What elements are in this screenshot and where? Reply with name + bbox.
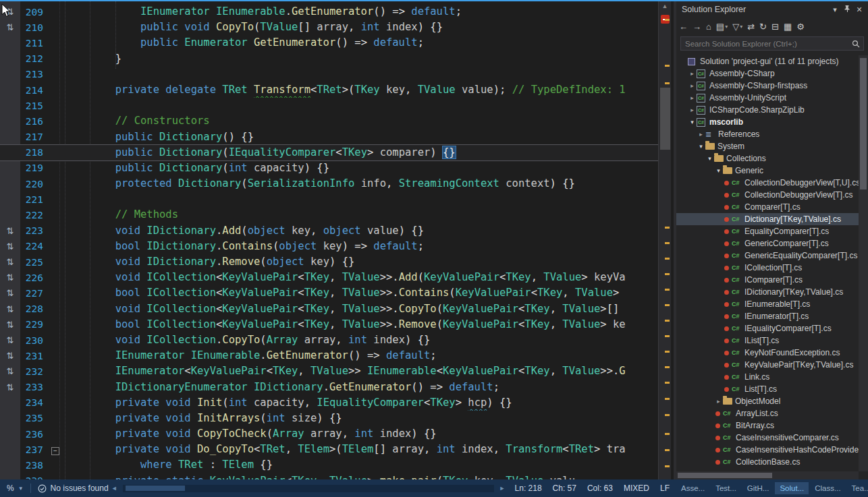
tree-item-iequalitycomparer-t-cs[interactable]: C#IEqualityComparer[T].cs [676,322,859,334]
code-line-231[interactable]: ⇅231 IEnumerator IEnumerable.GetEnumerat… [0,348,658,363]
code-line-211[interactable]: 211 public Enumerator GetEnumerator() =>… [0,35,658,51]
expander-expanded-icon[interactable]: ▾ [688,119,697,125]
code-line-235[interactable]: 235 private void InitArrays(int size) {} [0,411,658,426]
code-text[interactable]: void IDictionary.Remove(object key) {} [65,254,658,270]
scroll-left-icon[interactable]: ◄ [111,485,117,492]
code-line-237[interactable]: 237− private void Do_CopyTo<TRet, TElem>… [0,442,658,457]
scrollbar-up-icon[interactable]: ▲ [659,3,671,9]
tree-item-system[interactable]: ▾System [676,140,859,152]
expander-expanded-icon[interactable]: ▾ [697,143,705,150]
tree-item-genericequalitycomparer-t-cs[interactable]: C#GenericEqualityComparer[T].cs [676,250,859,262]
override-indicator-icon[interactable]: ⇅ [0,226,20,236]
tree-item-assembly-csharp[interactable]: ▸C#Assembly-CSharp [676,67,859,80]
switch-views-icon[interactable]: ▤▾ [716,22,728,32]
code-text[interactable]: IEnumerator<KeyValuePair<TKey, TValue>> … [65,363,658,379]
override-indicator-icon[interactable]: ⇅ [0,366,20,376]
pin-icon[interactable] [841,5,853,14]
code-text[interactable]: void ICollection<KeyValuePair<TKey, TVal… [65,270,658,285]
code-line-217[interactable]: 217 public Dictionary() {} [0,129,658,145]
code-editor[interactable]: ⇅209 IEnumerator IEnumerable.GetEnumerat… [0,1,658,479]
status-indent-mode[interactable]: MIXED [624,484,649,493]
code-text[interactable]: void IDictionary.Add(object key, object … [65,223,658,239]
scrollbar-thumb[interactable] [126,486,185,491]
back-icon[interactable]: ← [679,22,688,32]
code-text[interactable]: bool IDictionary.Contains(object key) =>… [65,239,658,254]
code-text[interactable]: public Dictionary(IEqualityComparer<TKey… [65,145,658,160]
toolwindow-menu-icon[interactable]: ▾ [829,5,841,14]
tree-item-mscorlib[interactable]: ▾C#mscorlib [676,116,859,128]
editor-vertical-scrollbar[interactable]: ▲ [658,1,671,479]
sync-with-active-document-icon[interactable]: ⇄ [747,22,755,32]
code-line-219[interactable]: 219 public Dictionary(int capacity) {} [0,160,658,176]
code-text[interactable]: public Dictionary() {} [65,129,658,145]
code-text[interactable]: bool ICollection<KeyValuePair<TKey, TVal… [65,285,658,301]
tree-item-collectionbase-cs[interactable]: C#CollectionBase.cs [676,456,859,468]
tree-item-bitarray-cs[interactable]: C#BitArray.cs [676,419,859,432]
override-indicator-icon[interactable]: ⇅ [0,241,20,252]
code-line-215[interactable]: 215 [0,98,658,113]
code-text[interactable]: public Dictionary(int capacity) {} [65,160,658,176]
code-line-214[interactable]: 214 private delegate TRet Transform<TRet… [0,82,658,98]
code-line-230[interactable]: ⇅230 void ICollection.CopyTo(Array array… [0,332,658,348]
code-line-222[interactable]: 222 // Methods [0,207,658,223]
code-text[interactable]: where TRet : TElem {} [65,457,658,473]
code-text[interactable]: private delegate TRet Transform<TRet>(TK… [65,82,658,98]
tree-item-collectiondebuggerview-t-u-cs[interactable]: C#CollectionDebuggerView[T,U].cs [676,177,859,189]
expander-collapsed-icon[interactable]: ▸ [688,70,697,77]
collapse-all-icon[interactable]: ⊟ [771,22,779,32]
tree-item-references[interactable]: ▸≣References [676,128,859,140]
code-line-229[interactable]: ⇅229 bool ICollection<KeyValuePair<TKey,… [0,317,658,332]
code-text[interactable]: // Constructors [65,113,658,129]
code-line-228[interactable]: ⇅228 void ICollection<KeyValuePair<TKey,… [0,301,658,317]
scrollbar-thumb[interactable] [678,473,772,478]
tree-vertical-scrollbar[interactable] [859,55,868,471]
editor-horizontal-scrollbar[interactable] [123,485,494,492]
code-line-233[interactable]: ⇅233 IDictionaryEnumerator IDictionary.G… [0,380,658,395]
tree-item-comparer-t-cs[interactable]: C#Comparer[T].cs [676,201,859,213]
tree-item-icollection-t-cs[interactable]: C#ICollection[T].cs [676,262,859,274]
code-text[interactable]: public Enumerator GetEnumerator() => def… [65,35,658,51]
close-icon[interactable]: ✕ [853,5,865,14]
code-text[interactable]: private void Init(int capacity, IEqualit… [65,395,658,411]
expander-collapsed-icon[interactable]: ▸ [714,398,723,405]
tree-item-generic[interactable]: ▾Generic [676,165,859,177]
code-text[interactable]: void ICollection.CopyTo(Array array, int… [65,332,658,348]
code-text[interactable]: protected Dictionary(SerializationInfo i… [65,176,658,192]
panel-header[interactable]: Solution Explorer ▾ ✕ [676,1,868,18]
override-indicator-icon[interactable]: ⇅ [0,351,20,361]
expander-collapsed-icon[interactable]: ▸ [688,82,697,89]
code-line-209[interactable]: ⇅209 IEnumerator IEnumerable.GetEnumerat… [0,4,658,20]
tool-window-tab-test[interactable]: Test... [711,482,741,494]
properties-icon[interactable]: ⚙ [796,22,805,32]
expander-expanded-icon[interactable]: ▾ [705,155,714,162]
code-line-238[interactable]: 238 where TRet : TElem {} [0,457,658,473]
tree-item-keyvaluepair-tkey-tvalue-cs[interactable]: C#KeyValuePair[TKey,TValue].cs [676,359,859,371]
zoom-control[interactable]: % ▼ [7,484,24,493]
override-indicator-icon[interactable]: ⇅ [0,382,20,392]
tree-item-caseinsensitivecomparer-cs[interactable]: C#CaseInsensitiveComparer.cs [676,432,859,444]
override-indicator-icon[interactable]: ⇅ [0,22,20,32]
tree-item-ienumerator-t-cs[interactable]: C#IEnumerator[T].cs [676,310,859,322]
tree-item-idictionary-tkey-tvalue-cs[interactable]: C#IDictionary[TKey,TValue].cs [676,286,859,298]
tree-item-list-t-cs[interactable]: C#List[T].cs [676,383,859,395]
code-text[interactable]: private void Do_CopyTo<TRet, TElem>(TEle… [65,442,658,457]
code-line-239[interactable]: 239 private static KeyValuePair<TKey, TV… [0,473,658,479]
forward-icon[interactable]: → [693,22,701,32]
override-indicator-icon[interactable]: ⇅ [0,335,20,345]
code-line-210[interactable]: ⇅210 public void CopyTo(TValue[] array, … [0,20,658,35]
tool-window-tab-asse[interactable]: Asse... [676,482,709,494]
code-line-236[interactable]: 236 private void CopyToCheck(Array array… [0,426,658,442]
override-indicator-icon[interactable]: ⇅ [0,288,20,298]
code-line-225[interactable]: ⇅225 void IDictionary.Remove(object key)… [0,254,658,270]
code-line-221[interactable]: 221 [0,192,658,207]
tree-item-collections[interactable]: ▾Collections [676,152,859,165]
code-line-234[interactable]: 234 private void Init(int capacity, IEqu… [0,395,658,411]
tree-item-collectiondebuggerview-t-cs[interactable]: C#CollectionDebuggerView[T].cs [676,189,859,201]
code-line-226[interactable]: ⇅226 void ICollection<KeyValuePair<TKey,… [0,270,658,285]
expander-collapsed-icon[interactable]: ▸ [688,94,697,101]
show-all-files-icon[interactable]: ▦ [784,22,792,32]
code-line-216[interactable]: 216 // Constructors [0,113,658,129]
tree-item-assembly-csharp-firstpass[interactable]: ▸C#Assembly-CSharp-firstpass [676,80,859,92]
tool-window-tab-solut[interactable]: Solut... [775,482,809,494]
tree-item-objectmodel[interactable]: ▸ObjectModel [676,395,859,407]
